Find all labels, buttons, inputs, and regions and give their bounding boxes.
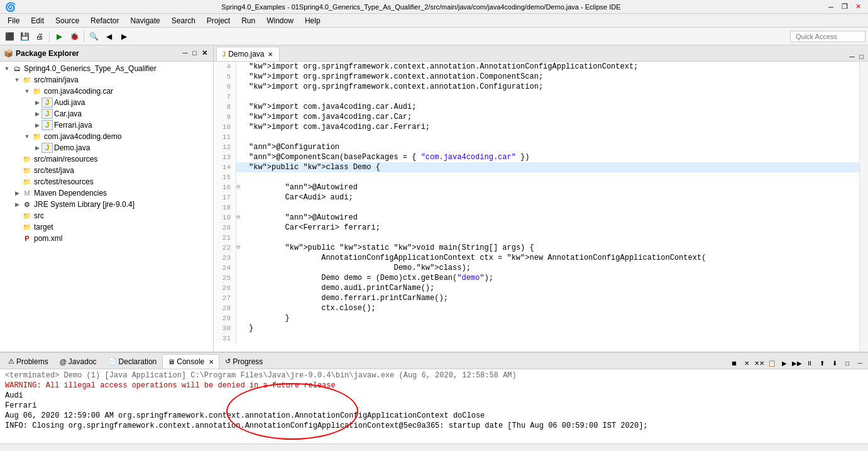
line-content: "kw">import com.java4coding.car.Car; [244,112,859,122]
editor-tab-close-button[interactable]: ✕ [266,50,274,58]
bottom-tab-console[interactable]: 🖥Console✕ [162,354,219,369]
console-control-button[interactable]: □ [842,357,853,369]
tree-item[interactable]: ▼📁com.java4coding.demo [0,131,213,142]
new-button[interactable]: ⬛ [3,30,16,43]
quick-access-input[interactable] [790,31,865,42]
tree-node-label: Demo.java [54,143,90,152]
line-content: "kw">import org.springframework.context.… [244,72,859,82]
console-tab-close-button[interactable]: ✕ [209,359,214,365]
save-button[interactable]: 💾 [18,30,31,43]
console-control-button[interactable]: 📋 [766,357,777,369]
panel-maximize-button[interactable]: □ [190,48,199,58]
fold-button[interactable]: ⊖ [236,243,244,253]
console-control-button[interactable]: ✕✕ [754,357,765,369]
tree-node-label: src/test/resources [34,177,94,186]
tree-item[interactable]: ▼🗂Spring4.0_Generics_Type_As_Qualifier [0,63,213,74]
tree-item[interactable]: 📁target [0,221,213,233]
tree-item[interactable]: ▶MMaven Dependencies [0,187,213,199]
code-line: 4 "kw">import org.springframework.contex… [214,62,859,72]
line-content: "ann">@ComponentScan(basePackages = { "c… [244,152,859,162]
console-control-button[interactable]: ▶▶ [791,357,803,369]
code-line: 24 Demo."kw">class); [214,263,859,273]
tree-node-icon: 📁 [31,86,43,96]
fold-button[interactable]: ⊖ [236,213,244,223]
tree-node-icon: 📁 [31,131,43,142]
tree-item[interactable]: ▶JCar.java [0,108,213,120]
editor-min-button[interactable]: ─ [848,52,857,61]
menu-item-navigate[interactable]: Navigate [125,15,165,26]
run-button[interactable]: ▶ [52,30,66,43]
tree-node-icon: J [41,120,53,130]
tree-arrow-icon: ▼ [3,65,11,72]
tree-item[interactable]: 📁src [0,210,213,221]
back-button[interactable]: ◀ [102,30,116,43]
code-line: 17 Car<Audi> audi; [214,192,859,203]
panel-close-button[interactable]: ✕ [200,48,209,58]
menu-item-project[interactable]: Project [202,15,235,26]
tree-item[interactable]: ▶⚙JRE System Library [jre-9.0.4] [0,199,213,210]
editor-tab-demo-java[interactable]: J Demo.java ✕ [216,47,280,61]
menu-item-source[interactable]: Source [50,15,84,26]
bottom-tab-declaration[interactable]: 📄Declaration [102,354,163,369]
tree-arrow-icon: ▼ [23,133,31,140]
tree-item[interactable]: Ppom.xml [0,233,213,244]
menu-item-search[interactable]: Search [167,15,201,26]
line-content: Car<Audi> audi; [244,192,859,203]
line-number: 28 [214,303,236,313]
code-line: 29 } [214,313,859,323]
bottom-tab-progress[interactable]: ↺Progress [219,354,268,369]
console-control-button[interactable]: ✕ [741,357,752,369]
console-horizontal-scrollbar[interactable] [0,443,868,451]
bottom-tab-problems[interactable]: ⚠Problems [3,354,54,369]
tree-node-icon: P [21,233,33,243]
tree-node-label: src/main/java [34,75,79,84]
tree-item[interactable]: ▶JDemo.java [0,142,213,153]
tree-node-icon: 🗂 [11,64,23,74]
menu-item-window[interactable]: Window [261,15,299,26]
code-line: 26 demo.audi.printCarName(); [214,283,859,293]
console-control-button[interactable]: ⬆ [816,357,828,369]
line-number: 15 [214,172,236,182]
search-button[interactable]: 🔍 [87,30,101,43]
forward-button[interactable]: ▶ [117,30,131,43]
print-button[interactable]: 🖨 [33,30,47,43]
line-number: 26 [214,283,236,293]
menu-item-help[interactable]: Help [300,15,326,26]
tree-node-icon: 📁 [21,211,33,221]
console-control-button[interactable]: ─ [854,357,865,369]
tree-item[interactable]: ▶JAudi.java [0,97,213,108]
package-explorer-header: 📦 Package Explorer ─ □ ✕ [0,45,213,62]
tree-item[interactable]: 📁src/test/resources [0,176,213,187]
tree-item[interactable]: ▶JFerrari.java [0,120,213,131]
code-line: 11 [214,132,859,142]
progress-tab-icon: ↺ [225,357,231,365]
console-control-button[interactable]: ⬇ [829,357,840,369]
console-control-button[interactable]: ⏸ [804,357,815,369]
editor-max-button[interactable]: □ [857,52,865,61]
separator-2 [84,31,84,42]
line-content: demo.ferrari.printCarName(); [244,293,859,303]
tree-item[interactable]: ▼📁com.java4coding.car [0,86,213,97]
panel-minimize-button[interactable]: ─ [181,48,190,58]
bottom-tab-javadoc[interactable]: @Javadoc [54,354,102,369]
console-control-button[interactable]: ⏹ [728,357,740,369]
close-button[interactable]: ✕ [854,3,863,11]
fold-button[interactable]: ⊖ [236,182,244,192]
line-content: "ann">@Autowired [244,213,859,223]
menu-item-refactor[interactable]: Refactor [85,15,124,26]
line-content: "ann">@Configuration [244,142,859,152]
menu-item-edit[interactable]: Edit [26,15,49,26]
line-number: 18 [214,203,236,213]
tree-item[interactable]: 📁src/main/resources [0,153,213,165]
menu-item-file[interactable]: File [3,15,25,26]
tree-item[interactable]: ▼📁src/main/java [0,74,213,86]
line-number: 6 [214,82,236,92]
debug-button[interactable]: 🐞 [67,30,81,43]
tree-item[interactable]: 📁src/test/java [0,165,213,176]
menu-item-run[interactable]: Run [236,15,260,26]
console-control-button[interactable]: ▶ [779,357,790,369]
restore-button[interactable]: ❐ [840,3,849,11]
tree-node-label: src/test/java [34,166,74,175]
minimize-button[interactable]: ─ [827,3,835,11]
line-content: Car<Ferrari> ferrari; [244,223,859,233]
